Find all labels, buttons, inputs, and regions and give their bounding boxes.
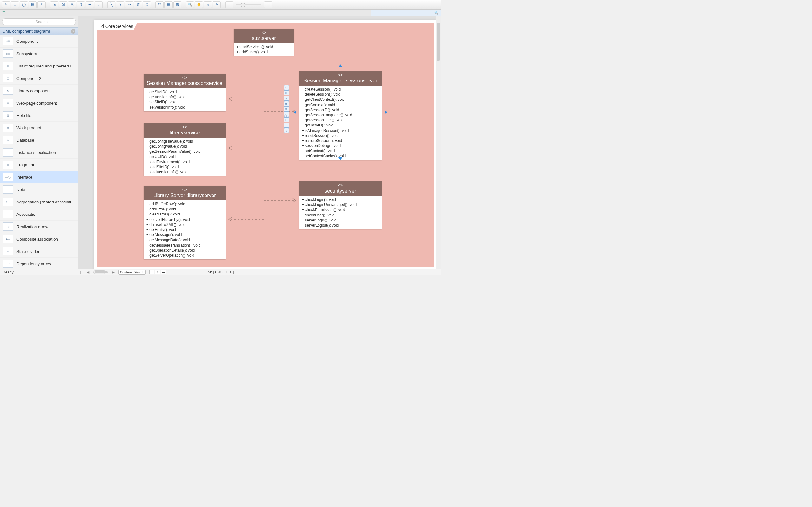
zoom-out-icon[interactable]: − xyxy=(225,1,234,8)
resize-up-icon[interactable] xyxy=(339,64,342,67)
mini-tool-3-icon[interactable]: ≡ xyxy=(284,96,289,101)
vertical-scrollbar[interactable] xyxy=(436,16,441,269)
palette-item-label: Dependency arrow xyxy=(16,262,51,266)
mini-tool-9-icon[interactable]: ↘ xyxy=(284,128,289,133)
uml-box-header: <>Library Server::libraryserver xyxy=(144,186,225,200)
mini-tool-8-icon[interactable]: ⎌ xyxy=(284,123,289,128)
zoom-in-icon[interactable]: + xyxy=(264,1,272,8)
palette-item[interactable]: ▦Work product xyxy=(0,122,78,134)
main-toolbar: ↖ ▭ ◯ ▤ ⎘ ↘ ⇲ ⇱ ↴ ⇢ ⇣ ╲ ↘ ↝ ⇵ ⤨ ⬚ ▦ ▩ 🔍 … xyxy=(0,0,441,9)
palette-item[interactable]: ▭Note xyxy=(0,183,78,196)
connector-4-icon[interactable]: ↴ xyxy=(77,1,85,8)
connector-2-icon[interactable]: ⇲ xyxy=(59,1,67,8)
palette-item[interactable]: ◆—Composite association xyxy=(0,233,78,245)
thumbnail-view-icon[interactable]: ⊞ xyxy=(429,11,432,15)
uml-box-header: <>Session Manager::sessionserver xyxy=(299,71,382,86)
zoom-tool-icon[interactable]: 🔍 xyxy=(186,1,194,8)
mini-tool-6-icon[interactable]: —◯ xyxy=(284,112,289,117)
connector-6-icon[interactable]: ⇣ xyxy=(95,1,103,8)
palette-item[interactable]: ▤Web-page component xyxy=(0,97,78,109)
line-5-icon[interactable]: ⤨ xyxy=(143,1,151,8)
uml-box-libraryserver[interactable]: <>Library Server::libraryserver+ addBuff… xyxy=(144,186,225,259)
mini-tool-4-icon[interactable]: ▦ xyxy=(284,101,289,106)
palette-item[interactable]: s◫Subsystem xyxy=(0,48,78,60)
eyedrop-tool-icon[interactable]: ✎ xyxy=(212,1,221,8)
palette-item-label: Composite association xyxy=(16,237,58,241)
palette-item[interactable]: —Association xyxy=(0,208,78,221)
link-icon[interactable]: ⎘ xyxy=(38,1,46,8)
grid-view-icon[interactable]: ⊞ 🔍 xyxy=(371,10,441,16)
view-1-icon[interactable]: ▭ xyxy=(149,270,154,274)
text-box-icon[interactable]: ▤ xyxy=(29,1,37,8)
selection-mini-toolbar: ▭ ▤ ≡ ▦ ▥ —◯ ◫ ⎌ ↘ xyxy=(284,85,289,133)
line-3-icon[interactable]: ↝ xyxy=(125,1,133,8)
zoom-select[interactable]: Custom 79% ⇕ xyxy=(118,270,146,275)
align-1-icon[interactable]: ⬚ xyxy=(155,1,164,8)
palette-section-header[interactable]: UML component diagrams × xyxy=(0,27,78,35)
uml-box-sessionserver[interactable]: <>Session Manager::sessionserver+ create… xyxy=(299,71,382,160)
mini-tool-7-icon[interactable]: ◫ xyxy=(284,117,289,122)
palette-item[interactable]: ⛁Database xyxy=(0,134,78,147)
palette-item-icon: ◆— xyxy=(3,235,13,243)
palette-item-label: Library component xyxy=(16,89,51,93)
hscroll-left-icon[interactable]: ◀ xyxy=(87,270,90,274)
connector-3-icon[interactable]: ⇱ xyxy=(68,1,76,8)
palette-item-icon: ▥ xyxy=(3,111,13,119)
stamp-tool-icon[interactable]: ⎌ xyxy=(204,1,212,8)
rect-shape-icon[interactable]: ▭ xyxy=(11,1,19,8)
search-input[interactable] xyxy=(2,18,76,25)
hscroll-pause-icon[interactable]: ‖ xyxy=(78,270,83,274)
palette-item[interactable]: c◫Component xyxy=(0,35,78,48)
frame-label: id Core Services xyxy=(97,22,138,30)
palette-item-label: Fragment xyxy=(16,163,34,167)
palette-item[interactable]: ┄State divider xyxy=(0,245,78,258)
uml-box-startserver[interactable]: <>startserver+ startServices(): void+ ad… xyxy=(234,29,294,56)
palette-item-icon: --▷ xyxy=(3,222,13,231)
ellipse-shape-icon[interactable]: ◯ xyxy=(20,1,28,8)
canvas-area[interactable]: id Core Services xyxy=(78,16,441,269)
mini-tool-1-icon[interactable]: ▭ xyxy=(284,85,289,90)
palette-item[interactable]: —◯Interface xyxy=(0,171,78,183)
horizontal-scrollbar[interactable] xyxy=(93,270,106,274)
uml-box-libraryservice[interactable]: <>libraryservice+ getConfigFileValue(): … xyxy=(144,123,225,176)
palette-item[interactable]: ◫Component 2 xyxy=(0,72,78,84)
tree-view-icon[interactable]: ☰ xyxy=(0,10,8,16)
align-3-icon[interactable]: ▩ xyxy=(173,1,182,8)
resize-right-icon[interactable] xyxy=(385,110,388,114)
line-1-icon[interactable]: ╲ xyxy=(107,1,115,8)
view-2-icon[interactable]: ▯ xyxy=(155,270,160,274)
connector-5-icon[interactable]: ⇢ xyxy=(86,1,94,8)
palette-item[interactable]: ◇—Aggregation (shared association) xyxy=(0,196,78,208)
view-3-icon[interactable]: ▬ xyxy=(161,270,166,274)
palette-item-icon: — xyxy=(3,210,13,218)
palette-item-icon: c◫ xyxy=(3,37,13,45)
palette-item-icon: ⛁ xyxy=(3,136,13,144)
line-2-icon[interactable]: ↘ xyxy=(116,1,124,8)
zoom-slider[interactable] xyxy=(236,4,261,5)
palette-item[interactable]: ▭Fragment xyxy=(0,159,78,171)
uml-box-sessionservice[interactable]: <>Session Manager::sessionservice+ getSi… xyxy=(144,73,225,111)
pan-tool-icon[interactable]: ✋ xyxy=(195,1,203,8)
palette-item[interactable]: ≡List of required and provided int... xyxy=(0,60,78,72)
align-2-icon[interactable]: ▦ xyxy=(164,1,172,8)
resize-down-icon[interactable] xyxy=(339,158,342,160)
resize-left-icon[interactable] xyxy=(293,110,296,114)
line-4-icon[interactable]: ⇵ xyxy=(134,1,142,8)
palette-item[interactable]: ▭Instance specification xyxy=(0,147,78,159)
paper[interactable]: id Core Services xyxy=(94,20,437,269)
palette-item-label: Component 2 xyxy=(16,76,41,81)
uml-box-header: <>Session Manager::sessionservice xyxy=(144,73,225,88)
palette-item[interactable]: ▥Help file xyxy=(0,109,78,122)
mini-tool-5-icon[interactable]: ▥ xyxy=(284,107,289,112)
palette-item[interactable]: --▷Realization arrow xyxy=(0,221,78,233)
uml-box-header: <>startserver xyxy=(234,29,294,43)
close-section-icon[interactable]: × xyxy=(71,29,75,34)
palette-item[interactable]: ⚙Library component xyxy=(0,84,78,97)
connector-1-icon[interactable]: ↘ xyxy=(50,1,58,8)
hscroll-right-icon[interactable]: ▶ xyxy=(112,270,114,274)
palette-item[interactable]: --→Dependency arrow xyxy=(0,258,78,269)
arrow-cursor-icon[interactable]: ↖ xyxy=(2,1,10,8)
mini-tool-2-icon[interactable]: ▤ xyxy=(284,90,289,95)
search-view-icon[interactable]: 🔍 xyxy=(434,11,439,15)
uml-box-securityserver[interactable]: <>securityserver+ checkLogin(): void+ ch… xyxy=(299,181,382,229)
